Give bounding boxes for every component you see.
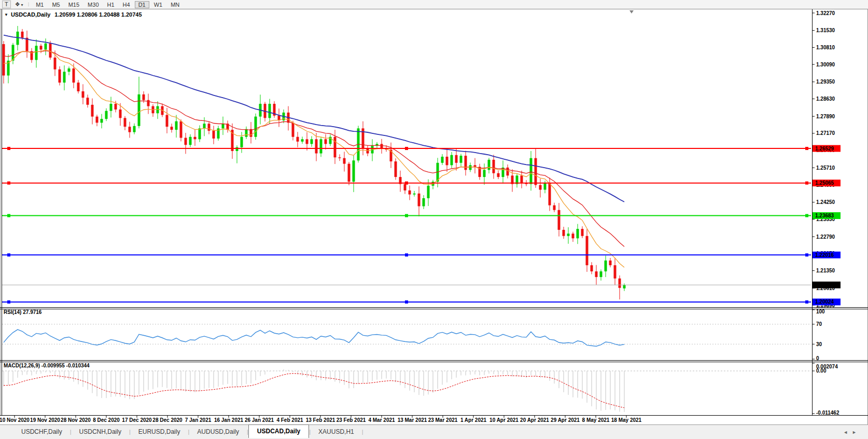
candle-bear (549, 183, 551, 205)
candle-bear (87, 98, 89, 105)
macd-indicator-label: MACD(12,26,9) -0.009955 -0.010344 (4, 363, 90, 368)
timeframe-button-h1[interactable]: H1 (104, 1, 118, 8)
candle-bear (325, 139, 327, 144)
hline-handle[interactable] (805, 214, 808, 217)
date-tick-label: 8 May 2021 (582, 417, 610, 423)
candle-bear (614, 265, 617, 278)
collapse-icon[interactable]: ▼ (4, 12, 8, 17)
candle-bear (348, 164, 351, 182)
tab-eurusd-daily[interactable]: EURUSD,Daily (131, 426, 188, 438)
date-tick-label: 23 Feb 2021 (337, 417, 366, 423)
candle-bear (194, 137, 197, 140)
candle-bull (35, 46, 38, 60)
chart-tab-bar: USDCHF,Daily|USDCNH,Daily|EURUSD,Daily|A… (0, 424, 868, 439)
candle-bear (213, 131, 215, 139)
date-tick-label: 8 Dec 2020 (93, 417, 120, 423)
candle-bear (339, 157, 341, 158)
tab-audusd-daily[interactable]: AUDUSD,Daily (189, 426, 247, 438)
shapes-icon: ❖ (15, 1, 20, 7)
hline-handle[interactable] (805, 253, 808, 256)
price-tick-label: 1.22790 (816, 234, 835, 240)
candle-bear (143, 94, 145, 100)
candle-bear (21, 32, 24, 38)
date-tick-label: 23 Mar 2021 (428, 417, 458, 423)
price-tick-label: 1.30090 (816, 62, 835, 67)
candle-bear (59, 70, 61, 83)
timeframe-button-d1[interactable]: D1 (135, 1, 149, 8)
timeframe-button-m30[interactable]: M30 (84, 1, 102, 8)
candle-bear (171, 127, 173, 130)
price-tick-label: 1.30810 (816, 45, 835, 50)
candle-bull (413, 194, 416, 195)
timeframe-button-mn[interactable]: MN (167, 1, 183, 8)
hline-handle[interactable] (405, 147, 408, 150)
date-tick-label: 17 Dec 2020 (122, 417, 152, 423)
candle-bear (343, 158, 346, 164)
hline-handle[interactable] (805, 147, 808, 150)
timeframe-button-h4[interactable]: H4 (119, 1, 134, 8)
candle-bear (124, 118, 127, 127)
candle-bull (45, 44, 47, 50)
hline-handle[interactable] (7, 182, 10, 185)
hline-handle[interactable] (7, 214, 10, 217)
candle-bear (409, 190, 411, 195)
candle-bear (185, 138, 187, 145)
hline-handle[interactable] (405, 300, 408, 304)
timeframe-button-m5[interactable]: M5 (48, 1, 63, 8)
date-tick-label: 10 Nov 2020 (0, 417, 30, 423)
candle-bear (395, 161, 397, 177)
candle-bull (222, 124, 225, 128)
candle-bull (63, 72, 66, 83)
candle-bear (493, 160, 495, 173)
candle-bull (488, 160, 491, 170)
hline-handle[interactable] (7, 253, 10, 256)
candle-bull (199, 128, 201, 139)
candle-bull (269, 104, 271, 118)
tab-xauusd-h1[interactable]: XAUUSD,H1 (311, 426, 362, 438)
chart-tabs: USDCHF,Daily|USDCNH,Daily|EURUSD,Daily|A… (13, 426, 363, 438)
chevron-down-icon: ▾ (21, 3, 23, 7)
candle-bear (539, 185, 542, 190)
candle-bear (96, 117, 99, 123)
time-axis-labels: 10 Nov 202019 Nov 202028 Nov 20208 Dec 2… (0, 416, 642, 423)
hline-handle[interactable] (405, 214, 408, 217)
candle-bull (255, 117, 257, 137)
candle-bear (166, 115, 169, 127)
text-tool-button[interactable]: T (2, 1, 11, 8)
candle-bear (581, 229, 584, 236)
tab-scroll-left-icon[interactable]: ◄ (843, 430, 852, 435)
candle-bull (460, 156, 463, 163)
date-tick-label: 28 Nov 2020 (61, 417, 91, 423)
symbol-period-label: USDCAD,Daily (11, 11, 50, 18)
price-tick-label: 1.27170 (816, 130, 835, 136)
hline-handle[interactable] (805, 182, 808, 185)
candle-bull (451, 155, 453, 166)
candle-bear (563, 230, 565, 236)
tab-scroll-right-icon[interactable]: ► (852, 430, 861, 435)
candle-bull (483, 170, 486, 177)
tab-usdchf-daily[interactable]: USDCHF,Daily (13, 426, 70, 438)
timeframe-button-w1[interactable]: W1 (150, 1, 166, 8)
hline-handle[interactable] (7, 147, 10, 150)
candle-bear (497, 173, 500, 177)
candle-bear (119, 109, 122, 118)
hline-handle[interactable] (405, 253, 408, 256)
candle-bull (236, 147, 239, 151)
date-tick-label: 26 Jan 2021 (245, 417, 274, 423)
candle-bull (133, 126, 136, 132)
candle-bear (553, 205, 556, 210)
candle-bull (353, 160, 355, 182)
hline-handle[interactable] (7, 300, 10, 304)
timeframe-button-m15[interactable]: M15 (65, 1, 83, 8)
chart-canvas[interactable]: 1.322701.315301.308101.300901.293501.286… (0, 9, 868, 424)
candle-bull (175, 121, 178, 130)
price-tick-label: 1.21350 (816, 268, 835, 273)
timeframe-button-m1[interactable]: M1 (32, 1, 47, 8)
shapes-tool-button[interactable]: ❖▾ (13, 1, 25, 8)
tab-usdcnh-daily[interactable]: USDCNH,Daily (72, 426, 129, 438)
hline-handle[interactable] (805, 300, 808, 304)
candle-bull (241, 137, 243, 147)
hline-handle[interactable] (405, 182, 408, 185)
toolbar-grip-icon: ⁞ (28, 2, 30, 7)
tab-usdcad-daily[interactable]: USDCAD,Daily (248, 424, 309, 438)
